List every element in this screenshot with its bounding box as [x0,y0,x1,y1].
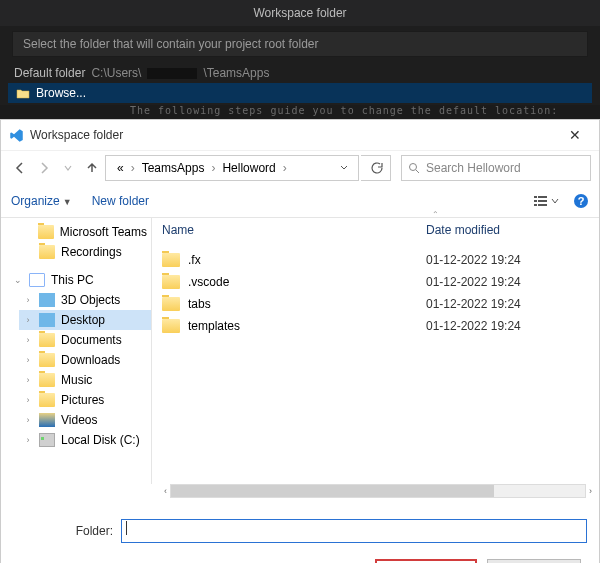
sort-indicator: ⌃ [272,210,599,219]
default-folder-path-prefix: C:\Users\ [91,66,141,80]
chevron-right-icon: › [283,161,287,175]
music-icon [39,373,55,387]
nav-back-button[interactable] [9,157,31,179]
horizontal-scrollbar[interactable]: ‹ › [1,484,599,501]
sidebar-item-label: Local Disk (C:) [61,433,140,447]
sidebar-item-msteams[interactable]: Microsoft Teams [19,222,151,242]
3d-icon [39,293,55,307]
vscode-titlebar: Workspace folder [0,0,600,26]
svg-text:?: ? [578,195,585,207]
file-date: 01-12-2022 19:24 [426,319,521,333]
pictures-icon [39,393,55,407]
address-dropdown[interactable] [334,164,354,172]
dialog-titlebar: Workspace folder ✕ [1,120,599,150]
downloads-icon [39,353,55,367]
nav-forward-button[interactable] [33,157,55,179]
sidebar-item-downloads[interactable]: ›Downloads [19,350,151,370]
file-name: .fx [188,253,201,267]
address-bar[interactable]: « › TeamsApps › Helloword › [105,155,359,181]
file-name: tabs [188,297,211,311]
scrollbar-thumb[interactable] [171,485,494,497]
browse-row[interactable]: Browse... [8,83,592,103]
sidebar-item-label: Desktop [61,313,105,327]
folder-row[interactable]: templates01-12-2022 19:24 [152,315,599,337]
nav-recent-button[interactable] [57,157,79,179]
new-folder-button[interactable]: New folder [92,194,149,208]
sidebar-item-videos[interactable]: ›Videos [19,410,151,430]
folder-field-label: Folder: [13,524,113,538]
folder-icon [38,225,54,239]
vscode-bg-text: The following steps guide you to change … [0,105,600,119]
organize-menu[interactable]: Organize▼ [11,194,72,208]
sidebar-item-documents[interactable]: ›Documents [19,330,151,350]
sidebar-item-localdisk[interactable]: ›Local Disk (C:) [19,430,151,450]
refresh-button[interactable] [361,155,391,181]
breadcrumb-helloword[interactable]: Helloword [219,160,278,176]
svg-rect-1 [534,196,537,198]
vscode-icon [9,128,24,143]
folder-name-input[interactable] [121,519,587,543]
sidebar-item-label: 3D Objects [61,293,120,307]
sidebar-item-label: Microsoft Teams [60,225,147,239]
cancel-button[interactable]: Cancel [487,559,581,563]
scroll-left-button[interactable]: ‹ [161,486,170,496]
sidebar-item-label: Downloads [61,353,120,367]
default-folder-path-suffix: \TeamsApps [203,66,269,80]
sidebar-item-pictures[interactable]: ›Pictures [19,390,151,410]
column-header-date[interactable]: Date modified [426,223,589,237]
svg-rect-3 [534,200,537,202]
folder-icon [162,275,180,289]
search-input[interactable]: Search Helloword [401,155,591,181]
folder-icon [39,245,55,259]
svg-rect-5 [534,204,537,206]
desktop-icon [39,313,55,327]
dialog-title: Workspace folder [30,128,123,142]
folder-row[interactable]: .fx01-12-2022 19:24 [152,249,599,271]
file-date: 01-12-2022 19:24 [426,253,521,267]
folder-icon [162,297,180,311]
documents-icon [39,333,55,347]
view-options-button[interactable] [533,194,559,208]
column-header-name[interactable]: Name [162,223,422,237]
sidebar-item-label: Videos [61,413,97,427]
sidebar-item-label: Recordings [61,245,122,259]
file-dialog: Workspace folder ✕ « › TeamsApps › Hello… [0,119,600,563]
sidebar-item-label: Pictures [61,393,104,407]
folder-row[interactable]: tabs01-12-2022 19:24 [152,293,599,315]
file-date: 01-12-2022 19:24 [426,275,521,289]
redacted-segment [147,68,197,79]
chevron-right-icon: › [211,161,215,175]
default-folder-row[interactable]: Default folder C:\Users\\TeamsApps [0,63,600,83]
sidebar-tree[interactable]: Microsoft Teams Recordings ⌄This PC ›3D … [1,218,151,484]
sidebar-item-3dobjects[interactable]: ›3D Objects [19,290,151,310]
scroll-right-button[interactable]: › [586,486,595,496]
close-button[interactable]: ✕ [559,123,591,147]
sidebar-item-label: Documents [61,333,122,347]
svg-rect-2 [538,196,547,198]
pc-icon [29,273,45,287]
svg-rect-6 [538,204,547,206]
folder-icon [16,88,30,99]
videos-icon [39,413,55,427]
file-date: 01-12-2022 19:24 [426,297,521,311]
file-list[interactable]: ⌃ Name Date modified .fx01-12-2022 19:24… [152,218,599,484]
sidebar-item-label: This PC [51,273,94,287]
sidebar-item-desktop[interactable]: ›Desktop [19,310,151,330]
breadcrumb-teamsapps[interactable]: TeamsApps [139,160,208,176]
help-button[interactable]: ? [573,193,589,209]
file-name: templates [188,319,240,333]
sidebar-item-recordings[interactable]: Recordings [19,242,151,262]
vscode-title: Workspace folder [253,6,346,20]
breadcrumb-overflow[interactable]: « [114,160,127,176]
folder-row[interactable]: .vscode01-12-2022 19:24 [152,271,599,293]
folder-icon [162,253,180,267]
sidebar-item-label: Music [61,373,92,387]
sidebar-item-thispc[interactable]: ⌄This PC [9,270,151,290]
sidebar-item-music[interactable]: ›Music [19,370,151,390]
search-placeholder: Search Helloword [426,161,521,175]
svg-point-0 [410,163,417,170]
browse-label: Browse... [36,86,86,100]
folder-icon [162,319,180,333]
vscode-prompt: Select the folder that will contain your… [12,31,588,57]
nav-up-button[interactable] [81,157,103,179]
